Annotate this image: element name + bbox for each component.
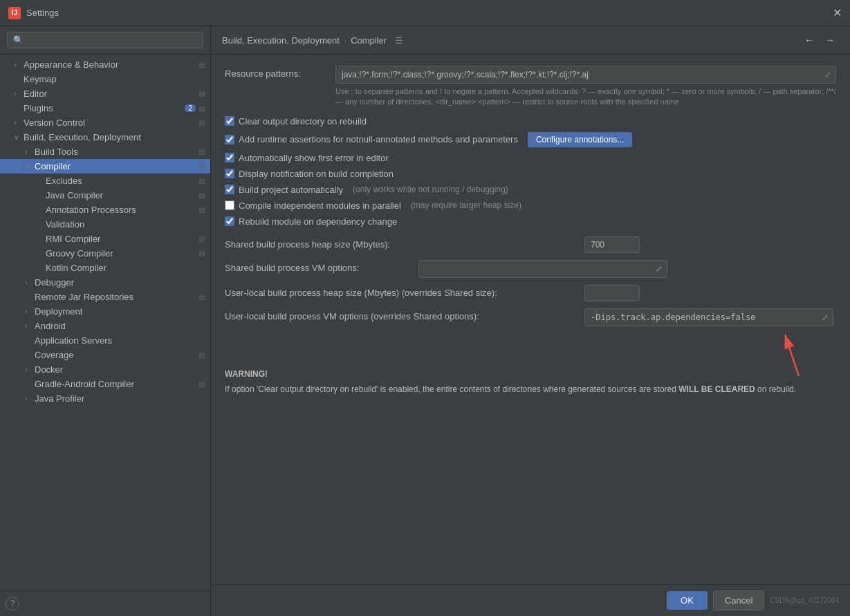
compile-parallel-checkbox[interactable] — [225, 200, 234, 210]
sidebar-item-app-servers[interactable]: Application Servers — [0, 333, 210, 348]
sidebar-item-label: RMI Compiler — [46, 234, 196, 244]
sidebar-item-label: Gradle-Android Compiler — [35, 379, 196, 389]
cancel-button[interactable]: Cancel — [713, 590, 764, 610]
resource-patterns-input[interactable] — [336, 66, 820, 83]
display-notification-checkbox[interactable] — [225, 169, 234, 178]
clear-output-checkbox[interactable] — [225, 116, 234, 126]
sidebar-item-editor[interactable]: › Editor ▤ — [0, 86, 210, 101]
sidebar-item-coverage[interactable]: Coverage ▤ — [0, 348, 210, 362]
warning-title: WARNING! — [225, 368, 836, 380]
rebuild-module-label: Rebuild module on dependency change — [239, 216, 397, 227]
sidebar-item-docker[interactable]: › Docker — [0, 362, 210, 377]
checkbox-add-assertions: Add runtime assertions for notnull-annot… — [225, 132, 836, 147]
checkbox-display-notification: Display notification on build completion — [225, 169, 836, 179]
user-vm-input[interactable] — [585, 309, 817, 326]
sidebar-item-label: Annotation Processors — [46, 205, 196, 215]
sidebar-item-remote-jar[interactable]: Remote Jar Repositories ▤ — [0, 290, 210, 304]
sidebar-item-label: Editor — [24, 88, 196, 99]
sidebar-item-label: Keymap — [24, 74, 205, 84]
header-nav: ← → — [800, 33, 839, 47]
sidebar-item-label: Docker — [35, 364, 205, 375]
checkbox-build-auto: Build project automatically (only works … — [225, 185, 836, 195]
shared-vm-input[interactable] — [419, 261, 652, 277]
pin-icon: ▤ — [198, 119, 205, 127]
chevron-right-icon: › — [25, 366, 33, 373]
user-heap-input[interactable] — [584, 285, 640, 301]
sidebar-item-deployment[interactable]: › Deployment — [0, 304, 210, 319]
sidebar-item-build-exec[interactable]: ∨ Build, Execution, Deployment — [0, 130, 210, 144]
tab-icon[interactable]: ☰ — [395, 35, 403, 46]
sidebar-item-gradle-android[interactable]: Gradle-Android Compiler ▤ — [0, 377, 210, 391]
resource-patterns-label: Resource patterns: — [225, 66, 335, 79]
sidebar-item-debugger[interactable]: › Debugger — [0, 275, 210, 290]
footer: OK Cancel CSDN@qq_43172064 — [211, 584, 850, 616]
search-input[interactable] — [7, 32, 203, 48]
configure-annotations-button[interactable]: Configure annotations... — [528, 132, 632, 147]
sidebar-item-label: Version Control — [24, 118, 196, 128]
content-area: Build, Execution, Deployment › Compiler … — [211, 26, 850, 616]
sidebar-item-label: Kotlin Compiler — [46, 263, 205, 273]
sidebar-item-appearance[interactable]: › Appearance & Behavior ▤ — [0, 57, 210, 72]
nav-forward-button[interactable]: → — [821, 33, 839, 47]
sidebar-item-label: Android — [35, 321, 205, 331]
window-title: Settings — [26, 8, 833, 18]
add-assertions-checkbox[interactable] — [225, 135, 234, 144]
resource-expand-button[interactable]: ⤢ — [820, 67, 835, 82]
clear-output-label: Clear output directory on rebuild — [239, 116, 367, 127]
breadcrumb-compiler: Compiler — [351, 35, 387, 46]
user-vm-expand-button[interactable]: ⤢ — [817, 310, 833, 325]
pin-icon: ▤ — [198, 148, 205, 156]
sidebar-item-label: Remote Jar Repositories — [35, 292, 196, 302]
content-header: Build, Execution, Deployment › Compiler … — [211, 26, 850, 55]
pin-icon: ▤ — [198, 104, 205, 112]
compile-parallel-label: Compile independent modules in parallel — [239, 200, 401, 211]
breadcrumb: Build, Execution, Deployment › Compiler … — [222, 35, 403, 46]
pin-icon: ▤ — [198, 90, 205, 97]
pin-icon: ▤ — [198, 380, 205, 388]
pin-icon: ▤ — [198, 293, 205, 301]
nav-back-button[interactable]: ← — [800, 33, 818, 47]
pin-icon: ▤ — [198, 177, 205, 185]
search-box — [0, 26, 210, 55]
sidebar-item-android[interactable]: › Android — [0, 319, 210, 333]
rebuild-module-checkbox[interactable] — [225, 216, 234, 226]
checkbox-clear-output: Clear output directory on rebuild — [225, 116, 836, 127]
sidebar-item-kotlin-compiler[interactable]: Kotlin Compiler — [0, 261, 210, 275]
build-auto-label: Build project automatically — [239, 185, 343, 195]
sidebar-item-excludes[interactable]: Excludes ▤ — [0, 174, 210, 188]
watermark: CSDN@qq_43172064 — [770, 597, 839, 604]
sidebar-item-label: Appearance & Behavior — [24, 59, 196, 70]
sidebar-item-plugins[interactable]: Plugins 2 ▤ — [0, 101, 210, 115]
sidebar-item-label: Groovy Compiler — [46, 248, 196, 259]
sidebar-item-version-control[interactable]: › Version Control ▤ — [0, 115, 210, 130]
resource-patterns-control: ⤢ Use ; to separate patterns and ! to ne… — [335, 66, 836, 108]
ok-button[interactable]: OK — [667, 591, 708, 610]
breadcrumb-separator: › — [344, 35, 347, 46]
chevron-down-icon: ∨ — [25, 162, 33, 170]
sidebar-item-build-tools[interactable]: › Build Tools ▤ — [0, 144, 210, 159]
sidebar-item-annotation-processors[interactable]: Annotation Processors ▤ — [0, 203, 210, 217]
build-auto-checkbox[interactable] — [225, 185, 234, 194]
help-button[interactable]: ? — [6, 597, 19, 610]
sidebar-item-keymap[interactable]: Keymap — [0, 72, 210, 86]
sidebar-item-label: Coverage — [35, 350, 196, 360]
checkboxes-section: Clear output directory on rebuild Add ru… — [225, 116, 836, 227]
sidebar-item-compiler[interactable]: ∨ Compiler ▤ — [0, 159, 210, 174]
sidebar-item-validation[interactable]: Validation — [0, 217, 210, 232]
pin-icon: ▤ — [198, 192, 205, 199]
auto-show-error-checkbox[interactable] — [225, 153, 234, 162]
close-button[interactable]: ✕ — [833, 6, 842, 19]
shared-heap-input[interactable] — [584, 236, 640, 253]
sidebar: › Appearance & Behavior ▤ Keymap › Edito… — [0, 26, 211, 616]
shared-vm-expand-button[interactable]: ⤢ — [652, 261, 667, 277]
sidebar-item-java-compiler[interactable]: Java Compiler ▤ — [0, 188, 210, 203]
warning-text: If option 'Clear output directory on reb… — [225, 383, 836, 395]
chevron-right-icon: › — [14, 90, 22, 97]
sidebar-item-rmi-compiler[interactable]: RMI Compiler ▤ — [0, 232, 210, 246]
shared-heap-row: Shared build process heap size (Mbytes): — [225, 236, 836, 253]
sidebar-item-java-profiler[interactable]: › Java Profiler — [0, 391, 210, 406]
sidebar-item-label: Validation — [46, 219, 205, 230]
sidebar-tree: › Appearance & Behavior ▤ Keymap › Edito… — [0, 55, 210, 590]
sidebar-item-label: Plugins — [24, 103, 182, 113]
sidebar-item-groovy-compiler[interactable]: Groovy Compiler ▤ — [0, 246, 210, 261]
